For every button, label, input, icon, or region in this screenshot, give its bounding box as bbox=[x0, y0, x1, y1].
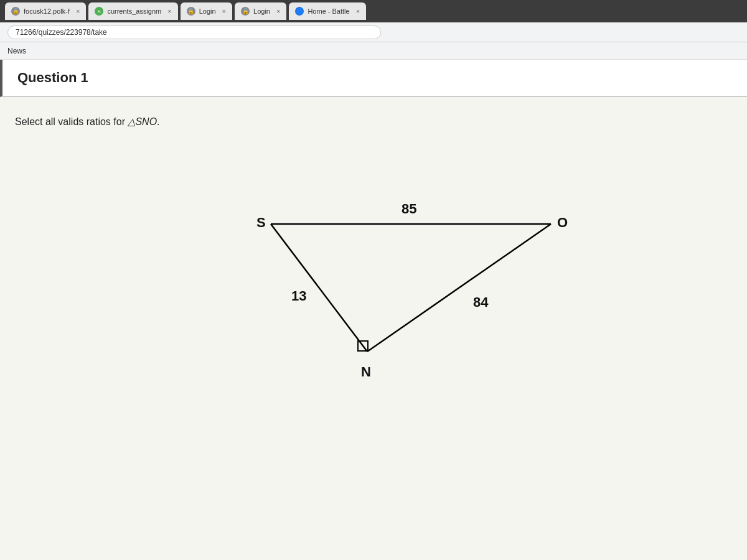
question-body: Select all valids ratios for △SNO. S O bbox=[0, 97, 747, 401]
tab-focusk12[interactable]: 🔒 focusk12.polk-f × bbox=[5, 2, 86, 20]
tab-close-currents[interactable]: × bbox=[167, 7, 171, 15]
triangle-diagram: S O N 85 13 84 bbox=[156, 146, 591, 383]
tab-close-login2[interactable]: × bbox=[276, 7, 280, 15]
svg-line-2 bbox=[367, 224, 551, 352]
bookmark-news[interactable]: News bbox=[7, 47, 26, 55]
vertex-n-label: N bbox=[361, 364, 371, 380]
vertex-o-label: O bbox=[557, 215, 568, 230]
browser-tab-bar: 🔒 focusk12.polk-f × K currents_assignm ×… bbox=[0, 0, 747, 22]
tab-close-login1[interactable]: × bbox=[222, 7, 226, 15]
tab-label-login2: Login bbox=[253, 7, 270, 15]
tab-label-currents: currents_assignm bbox=[107, 7, 161, 15]
page-content: Question 1 Select all valids ratios for … bbox=[0, 60, 747, 560]
triangle-container: S O N 85 13 84 bbox=[15, 146, 732, 383]
vertex-s-label: S bbox=[256, 215, 266, 230]
tab-close-focusk12[interactable]: × bbox=[76, 7, 80, 15]
address-bar-row: 71266/quizzes/223978/take bbox=[0, 22, 747, 42]
tab-login1[interactable]: 🔒 Login × bbox=[181, 2, 232, 20]
tab-label-login1: Login bbox=[199, 7, 216, 15]
side-sn-label: 13 bbox=[291, 288, 306, 304]
tab-login2[interactable]: 🔒 Login × bbox=[235, 2, 286, 20]
triangle-label: △SNO bbox=[128, 116, 157, 127]
svg-line-1 bbox=[271, 224, 367, 352]
bookmarks-bar: News bbox=[0, 42, 747, 60]
question-text: Select all valids ratios for △SNO. bbox=[15, 116, 732, 128]
question-title: Question 1 bbox=[17, 70, 88, 85]
tab-icon-focusk12: 🔒 bbox=[11, 7, 20, 16]
tab-label-focusk12: focusk12.polk-f bbox=[24, 7, 70, 15]
tab-icon-currents: K bbox=[95, 7, 103, 16]
tab-icon-battle: 🌀 bbox=[295, 7, 304, 16]
side-so-label: 85 bbox=[402, 201, 416, 217]
tab-label-battle: Home - Battle bbox=[308, 7, 349, 15]
tab-home-battle[interactable]: 🌀 Home - Battle × bbox=[289, 2, 366, 20]
tab-icon-login1: 🔒 bbox=[187, 7, 195, 16]
address-bar[interactable]: 71266/quizzes/223978/take bbox=[7, 26, 381, 39]
side-no-label: 84 bbox=[473, 294, 489, 310]
tab-close-battle[interactable]: × bbox=[356, 7, 360, 15]
tab-currents[interactable]: K currents_assignm × bbox=[88, 2, 177, 20]
tab-icon-login2: 🔒 bbox=[241, 7, 250, 16]
question-header: Question 1 bbox=[0, 60, 747, 97]
